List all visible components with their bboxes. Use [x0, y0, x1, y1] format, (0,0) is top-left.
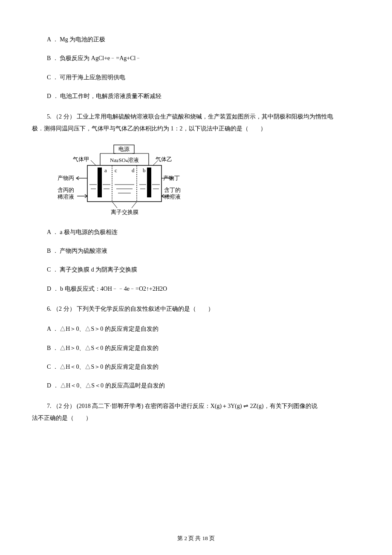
- q7-stem-line2: 法不正确的是（ ）: [32, 412, 360, 424]
- q7-stem-line1: 7. （2 分） (2018 高二下·邯郸开学考) 在密闭容器中进行反应：X(g…: [32, 400, 360, 412]
- diagram-prod-ding: 产物丁: [163, 175, 180, 181]
- q5-stem-line1: 5. （2 分） 工业上常用电解硫酸钠溶液联合生产硫酸和烧碱，生产装置如图所示，…: [32, 111, 360, 123]
- diagram-label-a: a: [104, 167, 107, 173]
- q6-option-d: D ． △H＜0、△S＜0 的反应高温时是自发的: [47, 381, 360, 390]
- diagram-gas-yi: 气体乙: [156, 156, 172, 162]
- diagram-power-label: 电源: [118, 146, 130, 152]
- diagram-dilute-ding-1: 含丁的: [164, 187, 181, 193]
- diagram-svg: 电源 Na₂SO₄溶液: [58, 144, 185, 217]
- q6-option-a: A ． △H＞0、△S＞0 的反应肯定是自发的: [47, 324, 360, 334]
- diagram-prod-bing: 产物丙: [58, 175, 74, 181]
- q5-option-b: B ． 产物丙为硫酸溶液: [47, 246, 360, 256]
- diagram-dilute-bing-1: 含丙的: [58, 187, 74, 193]
- q4-option-b: B ． 负极反应为 AgCl+e﹣=Ag+Cl﹣: [47, 54, 360, 63]
- q5-stem: 5. （2 分） 工业上常用电解硫酸钠溶液联合生产硫酸和烧碱，生产装置如图所示，…: [32, 111, 360, 135]
- diagram-solution-label: Na₂SO₄溶液: [110, 157, 139, 163]
- diagram-dilute-ding-2: 稀溶液: [164, 194, 181, 200]
- q5-stem-line2: 极．测得同温同压下，气体甲与气体乙的体积比约为 1：2，以下说法中正确的是（ ）: [32, 123, 360, 135]
- electrolysis-diagram: 电源 Na₂SO₄溶液: [58, 144, 360, 218]
- page-footer: 第 2 页 共 18 页: [0, 535, 392, 542]
- svg-rect-9: [147, 168, 151, 197]
- svg-line-21: [91, 160, 96, 165]
- diagram-dilute-bing-2: 稀溶液: [58, 194, 74, 200]
- svg-line-27: [112, 202, 117, 208]
- q6-option-b: B ． △H＞0、△S＜0 的反应肯定是自发的: [47, 344, 360, 353]
- q4-option-a: A ． Mg 为电池的正极: [47, 35, 360, 44]
- q6-option-c: C ． △H＜0、△S＞0 的反应肯定是自发的: [47, 362, 360, 372]
- diagram-label-d: d: [132, 167, 135, 173]
- q6-stem: 6. （2 分） 下列关于化学反应的自发性叙述中正确的是（ ）: [47, 303, 360, 315]
- q4-option-d: D ． 电池工作时，电解质溶液质量不断减轻: [47, 92, 360, 101]
- svg-line-28: [132, 202, 137, 208]
- q4-option-c: C ． 可用于海上应急照明供电: [47, 73, 360, 82]
- q7-stem: 7. （2 分） (2018 高二下·邯郸开学考) 在密闭容器中进行反应：X(g…: [32, 400, 360, 424]
- q5-option-c: C ． 离子交换膜 d 为阴离子交换膜: [47, 265, 360, 275]
- q5-option-a: A ． a 极与电源的负极相连: [47, 228, 360, 237]
- q5-option-d: D ． b 电极反应式：4OH﹣﹣4e﹣=O2↑+2H2O: [47, 284, 360, 294]
- diagram-label-c: c: [115, 167, 117, 173]
- svg-rect-8: [98, 168, 102, 197]
- diagram-gas-jia: 气体甲: [73, 156, 89, 162]
- diagram-label-b: b: [143, 167, 146, 173]
- diagram-membrane-label: 离子交换膜: [111, 209, 138, 215]
